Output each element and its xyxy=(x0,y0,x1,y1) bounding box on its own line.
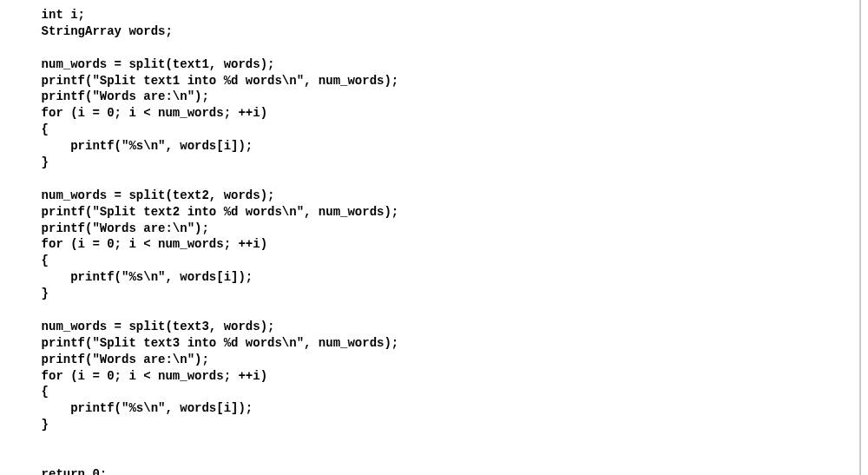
code-line: int i; StringArray words; num_words = sp… xyxy=(12,8,398,475)
right-scrollbar-edge xyxy=(859,0,861,475)
code-block: int i; StringArray words; num_words = sp… xyxy=(12,7,868,475)
